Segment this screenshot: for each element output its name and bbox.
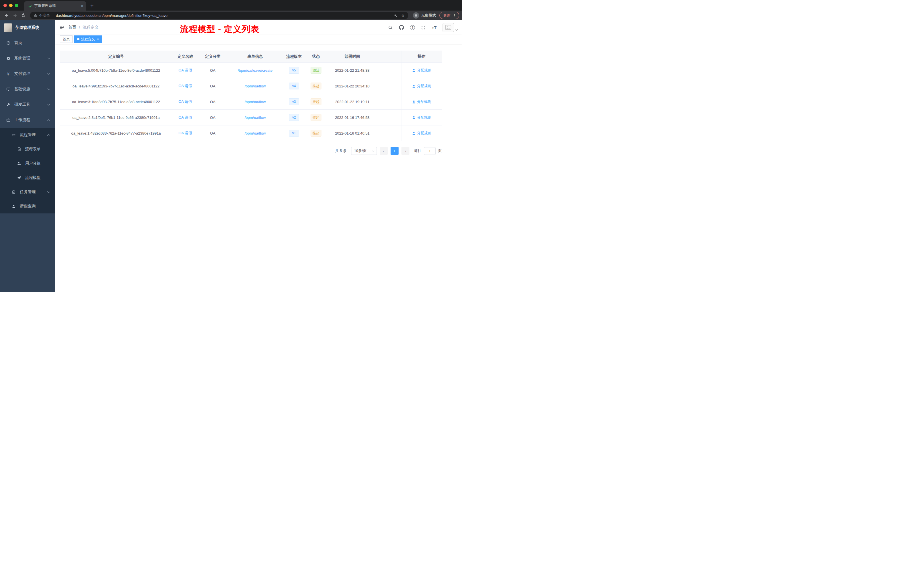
version-tag: v2	[289, 114, 299, 121]
total-count: 共 5 条	[335, 148, 346, 153]
sidebar-logo[interactable]: 芋道管理系统	[0, 20, 55, 35]
sidebar-item-task-management[interactable]: 任务管理	[0, 185, 55, 199]
password-key-icon[interactable]	[393, 13, 398, 18]
definition-name-link[interactable]: OA 请假	[178, 68, 192, 73]
sidebar-item-label: 首页	[14, 40, 51, 45]
font-size-icon[interactable]: тT	[432, 25, 437, 30]
definition-id: oa_leave:3:1fad3d93-7b75-11ec-a3c8-acde4…	[60, 94, 172, 109]
column-header-name: 定义名称	[172, 51, 199, 62]
pagination: 共 5 条 10条/页 ‹ 1 › 前往 页	[60, 147, 442, 155]
tag-close-icon[interactable]: ×	[97, 38, 99, 41]
forward-icon[interactable]	[11, 12, 19, 20]
definition-name-link[interactable]: OA 请假	[178, 115, 192, 120]
definition-name-link[interactable]: OA 请假	[178, 83, 192, 89]
assign-rule-link[interactable]: 分配规则	[412, 115, 431, 120]
incognito-icon	[413, 12, 419, 18]
goto-page-input[interactable]	[424, 147, 436, 155]
sidebar-item-label: 系统管理	[14, 56, 44, 61]
sidebar-item-process-form[interactable]: 流程表单	[0, 142, 55, 156]
sidebar-item-payment[interactable]: ¥ 支付管理	[0, 66, 55, 81]
tab-favicon	[27, 4, 32, 8]
tag-home[interactable]: 首页	[60, 35, 73, 43]
chevron-up-icon	[48, 134, 50, 137]
logo-avatar	[4, 23, 12, 32]
address-bar[interactable]: 不安全 dashboard.yudao.iocoder.cn/bpm/manag…	[30, 12, 408, 19]
sidebar-item-user-group[interactable]: 用户分组	[0, 156, 55, 171]
column-header-form: 表单信息	[226, 51, 284, 62]
window-minimize-button[interactable]	[9, 4, 13, 7]
reload-icon[interactable]	[20, 12, 27, 20]
form-info-link[interactable]: /bpm/oa/flow	[244, 131, 266, 135]
breadcrumb-home[interactable]: 首页	[68, 25, 76, 30]
sidebar-item-home[interactable]: 首页	[0, 35, 55, 51]
search-icon[interactable]	[388, 25, 393, 30]
form-info-link[interactable]: /bpm/oa/flow	[244, 100, 266, 104]
sidebar-item-leave-query[interactable]: 请假查询	[0, 199, 55, 213]
dashboard-icon	[6, 41, 11, 45]
definition-category: OA	[199, 110, 226, 125]
user-menu[interactable]	[442, 23, 457, 32]
warning-icon	[33, 13, 38, 17]
assign-rule-link[interactable]: 分配规则	[412, 131, 431, 136]
sidebar-item-label: 研发工具	[14, 102, 44, 107]
window-close-button[interactable]	[3, 4, 7, 7]
new-tab-button[interactable]: +	[90, 3, 94, 9]
person-icon	[12, 204, 16, 208]
url-text[interactable]: dashboard.yudao.iocoder.cn/bpm/manager/d…	[56, 13, 168, 18]
next-page-button[interactable]: ›	[401, 147, 409, 155]
form-info-link[interactable]: /bpm/oa/flow	[244, 115, 266, 120]
tag-label: 流程定义	[81, 37, 95, 42]
bookmark-star-icon[interactable]: ☆	[401, 13, 405, 18]
page-size-value: 10条/页	[354, 148, 366, 153]
page-size-select[interactable]: 10条/页	[351, 147, 377, 155]
sidebar-item-label: 流程模型	[25, 175, 51, 180]
fullscreen-icon[interactable]	[421, 25, 426, 30]
definition-category: OA	[199, 78, 226, 94]
sidebar-item-label: 流程表单	[25, 147, 51, 152]
hamburger-icon[interactable]	[55, 20, 68, 35]
sidebar-item-system[interactable]: 系统管理	[0, 51, 55, 66]
column-header-status: 状态	[304, 51, 328, 62]
navbar-actions: ? тT	[388, 23, 457, 32]
goto-label: 前往	[414, 148, 421, 153]
user-icon	[412, 132, 416, 135]
assign-rule-link[interactable]: 分配规则	[412, 99, 431, 104]
sidebar-item-process-model[interactable]: 流程模型	[0, 171, 55, 185]
window-zoom-button[interactable]	[15, 4, 18, 7]
table-header: 定义编号 定义名称 定义分类 表单信息 流程版本 状态 部署时间 操作	[60, 51, 442, 63]
avatar[interactable]	[442, 23, 454, 32]
column-header-deploy-time: 部署时间	[328, 51, 377, 62]
form-info-link[interactable]: /bpm/oa/flow	[244, 84, 266, 88]
sidebar-item-process-management[interactable]: 流程管理	[0, 128, 55, 142]
security-status[interactable]: 不安全	[33, 13, 50, 18]
browser-update-button[interactable]: 更新 ⋮	[439, 12, 459, 19]
assign-rule-link[interactable]: 分配规则	[412, 68, 431, 73]
column-header-version: 流程版本	[284, 51, 304, 62]
sidebar-item-workflow[interactable]: 工作流程	[0, 112, 55, 128]
github-icon[interactable]	[399, 25, 404, 30]
version-tag: v3	[289, 98, 299, 105]
tag-process-definition[interactable]: 流程定义 ×	[74, 35, 102, 43]
browser-menu-icon[interactable]: ⋮	[452, 13, 456, 18]
status-badge: 激活	[310, 67, 322, 74]
help-icon[interactable]: ?	[410, 25, 415, 30]
assign-rule-link[interactable]: 分配规则	[412, 84, 431, 89]
user-icon	[412, 84, 416, 88]
tab-close-icon[interactable]: ×	[81, 4, 83, 8]
definition-category: OA	[199, 63, 226, 78]
breadcrumb-current: 流程定义	[82, 25, 99, 30]
sidebar-item-devtools[interactable]: 研发工具	[0, 97, 55, 112]
back-icon[interactable]	[3, 12, 11, 20]
chevron-down-icon	[48, 56, 50, 59]
current-page-button[interactable]: 1	[391, 147, 399, 155]
prev-page-button[interactable]: ‹	[380, 147, 388, 155]
browser-tab[interactable]: 芋道管理系统 ×	[24, 1, 86, 11]
sidebar-item-label: 用户分组	[25, 161, 51, 166]
caret-down-icon	[455, 28, 458, 31]
version-tag: v5	[289, 67, 299, 74]
definition-name-link[interactable]: OA 请假	[178, 99, 192, 104]
definition-name-link[interactable]: OA 请假	[178, 130, 192, 136]
sidebar-item-infra[interactable]: 基础设施	[0, 81, 55, 97]
status-badge: 挂起	[310, 130, 322, 137]
form-info-link[interactable]: /bpm/oa/leave/create	[238, 68, 272, 73]
